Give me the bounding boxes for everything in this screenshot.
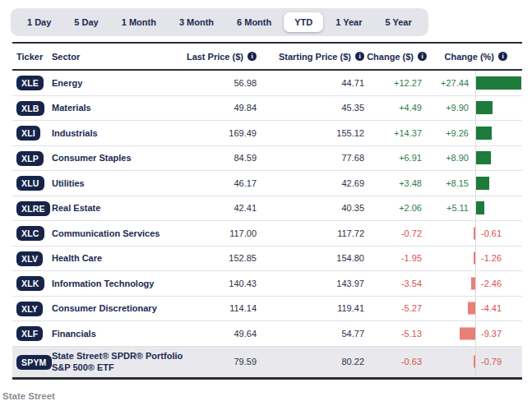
change-dollar-value: -3.54 [369, 279, 427, 288]
col-change-dollar-label: Change ($) [367, 52, 414, 62]
change-dollar-value: +12.27 [369, 78, 427, 88]
tab-ytd[interactable]: YTD [284, 12, 323, 32]
change-percent-value: -1.26 [481, 253, 502, 263]
sector-name: Health Care [52, 252, 189, 264]
info-icon[interactable]: i [355, 52, 364, 61]
starting-price-value: 44.71 [261, 78, 369, 88]
table-row-xlb: XLBMaterials49.8445.35+4.49+9.90 [12, 96, 522, 122]
change-percent-value: -0.61 [481, 228, 502, 238]
change-percent-bar [476, 177, 489, 190]
sector-name: Materials [52, 102, 189, 113]
change-percent-cell: -0.79 [427, 347, 522, 377]
change-dollar-value: +14.37 [369, 128, 427, 138]
last-price-value: 117.00 [189, 228, 261, 238]
change-dollar-value: -5.27 [369, 303, 427, 313]
ticker-cell: XLP [12, 150, 52, 166]
change-percent-value: +9.26 [446, 128, 469, 138]
change-percent-cell: +9.90 [427, 96, 522, 121]
tab-5-day[interactable]: 5 Day [63, 12, 109, 32]
last-price-value: 152.85 [189, 253, 261, 263]
change-percent-cell: +8.90 [427, 146, 522, 171]
table-row-xlre: XLREReal Estate42.4140.35+2.06+5.11 [12, 196, 522, 222]
bar-baseline [475, 221, 476, 246]
col-change-percent-label: Change (%) [445, 52, 495, 62]
col-starting-price-label: Starting Price ($) [279, 52, 351, 62]
sector-name: Utilities [52, 177, 189, 189]
starting-price-value: 45.35 [261, 103, 369, 113]
starting-price-value: 42.69 [261, 178, 369, 188]
ticker-cell: XLV [12, 251, 52, 266]
change-dollar-value: +4.49 [369, 103, 427, 113]
starting-price-value: 155.12 [261, 128, 369, 138]
change-dollar-value: -1.95 [369, 253, 427, 263]
last-price-value: 114.14 [189, 303, 261, 313]
last-price-value: 169.49 [189, 128, 261, 138]
info-icon[interactable]: i [498, 52, 507, 61]
change-percent-value: +27.44 [441, 78, 469, 88]
table-row-xlp: XLPConsumer Staples84.5977.68+6.91+8.90 [12, 146, 522, 172]
change-percent-bar [476, 127, 492, 140]
sector-name: Real Estate [52, 202, 189, 214]
sector-name: Communication Services [52, 228, 189, 239]
tab-1-year[interactable]: 1 Year [325, 12, 372, 32]
change-percent-bar [471, 277, 475, 289]
tab-5-year[interactable]: 5 Year [374, 12, 422, 32]
tab-1-month[interactable]: 1 Month [111, 12, 167, 32]
change-percent-cell: -2.46 [427, 271, 522, 296]
tab-3-month[interactable]: 3 Month [169, 12, 224, 32]
change-percent-bar [476, 76, 521, 90]
ticker-badge: XLB [16, 101, 44, 116]
col-last-price-label: Last Price ($) [187, 52, 243, 62]
change-percent-value: +9.90 [446, 103, 469, 113]
change-percent-cell: +5.11 [427, 196, 522, 221]
sector-name: Financials [52, 328, 189, 339]
change-percent-bar [460, 327, 475, 339]
change-percent-bar [476, 201, 484, 214]
tab-6-month[interactable]: 6 Month [226, 12, 282, 32]
col-starting-price: Starting Price ($)i [261, 52, 369, 62]
starting-price-value: 54.77 [261, 329, 369, 339]
ticker-cell: XLRE [12, 200, 52, 216]
ticker-badge: XLC [16, 226, 44, 241]
ticker-badge: SPYM [16, 355, 52, 370]
ticker-badge: XLU [16, 176, 44, 191]
change-percent-bar [476, 151, 491, 164]
ticker-cell: XLE [12, 75, 52, 90]
info-icon[interactable]: i [418, 52, 427, 61]
change-dollar-value: -0.72 [369, 228, 427, 238]
starting-price-value: 119.41 [261, 303, 369, 313]
last-price-value: 56.98 [189, 78, 261, 88]
change-percent-value: -0.79 [481, 357, 502, 366]
change-dollar-value: +2.06 [369, 203, 427, 213]
change-percent-value: +5.11 [446, 203, 469, 213]
last-price-value: 140.43 [189, 279, 261, 288]
ticker-badge: XLF [16, 326, 43, 341]
ticker-badge: XLP [16, 151, 44, 166]
bar-baseline [475, 297, 476, 321]
change-percent-cell: +9.26 [427, 121, 522, 145]
sector-performance-widget: 1 Day5 Day1 Month3 Month6 MonthYTD1 Year… [0, 0, 532, 401]
sector-table: Ticker Sector Last Price ($)i Starting P… [12, 42, 522, 380]
starting-price-value: 80.22 [261, 357, 369, 366]
ticker-badge: XLE [16, 76, 44, 90]
table-body: XLEEnergy56.9844.71+12.27+27.44XLBMateri… [12, 71, 522, 380]
change-percent-value: +8.90 [446, 153, 469, 163]
change-percent-bar [468, 302, 475, 315]
col-change-percent: Change (%)i [427, 52, 522, 62]
last-price-value: 49.64 [189, 329, 261, 339]
ticker-cell: SPYM [12, 354, 52, 370]
table-row-xle: XLEEnergy56.9844.71+12.27+27.44 [12, 71, 522, 96]
change-percent-bar [476, 101, 493, 114]
starting-price-value: 117.72 [261, 228, 369, 238]
table-row-xlk: XLKInformation Technology140.43143.97-3.… [12, 271, 522, 297]
change-percent-value: -4.41 [481, 303, 502, 313]
info-icon[interactable]: i [247, 52, 257, 61]
table-header: Ticker Sector Last Price ($)i Starting P… [12, 44, 522, 71]
ticker-badge: XLI [16, 126, 40, 141]
ticker-badge: XLY [16, 302, 43, 316]
tab-1-day[interactable]: 1 Day [16, 12, 62, 32]
last-price-value: 84.59 [189, 153, 261, 163]
bar-baseline [475, 321, 476, 346]
last-price-value: 79.59 [189, 357, 261, 366]
change-percent-bar [474, 252, 476, 265]
